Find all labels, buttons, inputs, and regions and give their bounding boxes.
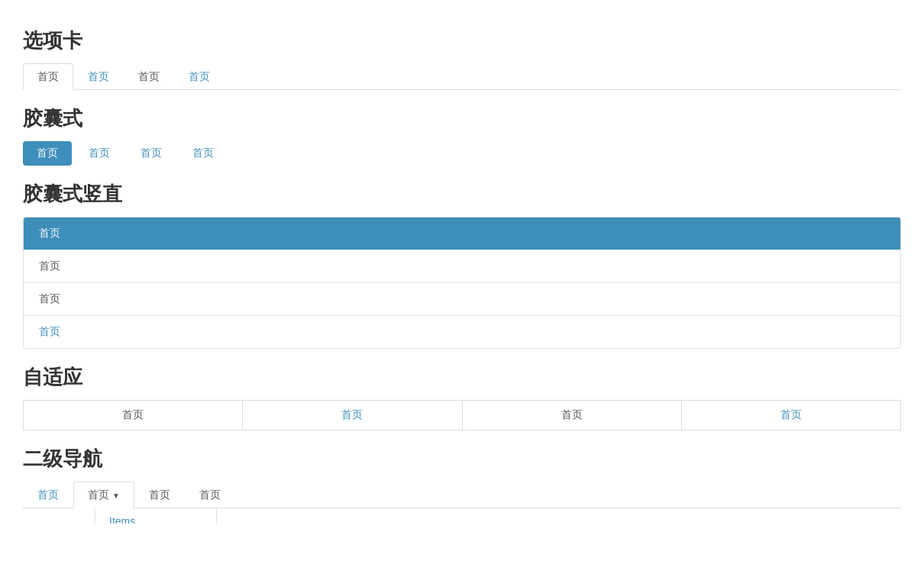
adaptive-tab-2[interactable]: 首页 [243, 401, 462, 430]
chevron-down-icon: ▼ [112, 491, 120, 500]
tab-home-4[interactable]: 首页 [174, 63, 225, 90]
adaptive-tab-4[interactable]: 首页 [682, 401, 900, 430]
vert-tab-3[interactable]: 首页 [24, 283, 900, 316]
sec-nav-tab-2-dropdown[interactable]: 首页 ▼ [73, 482, 134, 508]
vert-tab-2[interactable]: 首页 [24, 250, 900, 283]
adaptive-tab-1[interactable]: 首页 [24, 401, 243, 430]
capsule-tab-1[interactable]: 首页 [23, 141, 72, 166]
adaptive-tab-3[interactable]: 首页 [463, 401, 682, 430]
section4-adaptive-strip: 首页 首页 首页 首页 [23, 400, 901, 430]
section5-nav-strip: 首页 首页 ▼ 首页 首页 [23, 482, 901, 508]
section3-vertical-strip: 首页 首页 首页 首页 [23, 217, 901, 349]
sec-nav-tab-1[interactable]: 首页 [23, 482, 73, 508]
capsule-tab-3[interactable]: 首页 [127, 141, 176, 166]
dropdown-item-1[interactable]: Items [95, 508, 216, 524]
vert-tab-4[interactable]: 首页 [24, 316, 900, 348]
section5-title: 二级导航 [23, 446, 901, 472]
section2-title: 胶囊式 [23, 105, 901, 132]
capsule-tab-4[interactable]: 首页 [179, 141, 228, 166]
section4-title: 自适应 [23, 364, 901, 391]
section1-title: 选项卡 [23, 27, 901, 54]
tab-home-3[interactable]: 首页 [124, 63, 174, 90]
sec-nav-tab-3[interactable]: 首页 [134, 482, 185, 508]
tab-home-2[interactable]: 首页 [73, 63, 124, 90]
dropdown-menu: Items Items Items [95, 508, 217, 524]
section2-capsule-strip: 首页 首页 首页 首页 [23, 141, 901, 166]
tab-home-1[interactable]: 首页 [23, 63, 73, 90]
sec-nav-tab-4[interactable]: 首页 [185, 482, 235, 508]
capsule-tab-2[interactable]: 首页 [75, 141, 124, 166]
vert-tab-1[interactable]: 首页 [24, 218, 900, 250]
section5-container: 首页 首页 ▼ 首页 首页 Items Items Items [23, 482, 901, 508]
section1-tab-strip: 首页 首页 首页 首页 [23, 63, 901, 90]
section3-title: 胶囊式竖直 [23, 181, 901, 208]
